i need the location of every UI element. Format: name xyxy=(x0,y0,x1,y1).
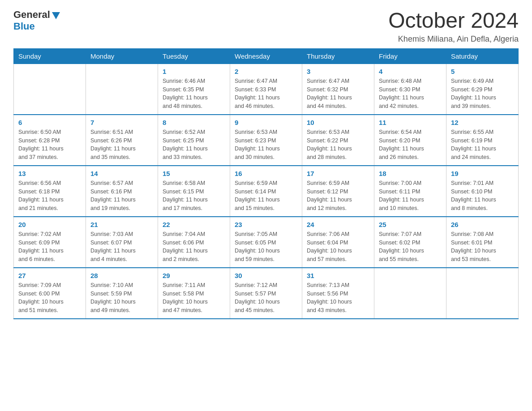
calendar-cell: 26Sunrise: 7:08 AM Sunset: 6:01 PM Dayli… xyxy=(446,217,519,268)
calendar-cell: 5Sunrise: 6:49 AM Sunset: 6:29 PM Daylig… xyxy=(446,64,519,115)
day-number: 10 xyxy=(307,119,369,126)
day-number: 11 xyxy=(379,119,442,126)
day-info: Sunrise: 7:12 AM Sunset: 5:57 PM Dayligh… xyxy=(235,281,297,315)
day-info: Sunrise: 6:46 AM Sunset: 6:35 PM Dayligh… xyxy=(163,77,225,111)
day-info: Sunrise: 7:11 AM Sunset: 5:58 PM Dayligh… xyxy=(163,281,225,315)
column-header-thursday: Thursday xyxy=(302,48,374,64)
day-info: Sunrise: 6:49 AM Sunset: 6:29 PM Dayligh… xyxy=(451,77,514,111)
calendar-cell: 27Sunrise: 7:09 AM Sunset: 6:00 PM Dayli… xyxy=(14,268,86,319)
day-info: Sunrise: 6:58 AM Sunset: 6:15 PM Dayligh… xyxy=(163,179,225,213)
day-number: 28 xyxy=(90,272,153,279)
day-number: 16 xyxy=(235,170,297,177)
day-number: 24 xyxy=(307,221,369,228)
day-info: Sunrise: 6:48 AM Sunset: 6:30 PM Dayligh… xyxy=(379,77,442,111)
day-info: Sunrise: 6:53 AM Sunset: 6:23 PM Dayligh… xyxy=(235,128,297,162)
column-header-saturday: Saturday xyxy=(446,48,519,64)
day-info: Sunrise: 7:10 AM Sunset: 5:59 PM Dayligh… xyxy=(90,281,153,315)
calendar-cell: 8Sunrise: 6:52 AM Sunset: 6:25 PM Daylig… xyxy=(158,115,230,166)
calendar-cell: 3Sunrise: 6:47 AM Sunset: 6:32 PM Daylig… xyxy=(302,64,374,115)
calendar-cell: 31Sunrise: 7:13 AM Sunset: 5:56 PM Dayli… xyxy=(302,268,374,319)
day-number: 1 xyxy=(163,68,225,75)
calendar-cell: 7Sunrise: 6:51 AM Sunset: 6:26 PM Daylig… xyxy=(86,115,158,166)
calendar-cell xyxy=(86,64,158,115)
calendar-week-row: 27Sunrise: 7:09 AM Sunset: 6:00 PM Dayli… xyxy=(14,268,519,319)
calendar-cell: 17Sunrise: 6:59 AM Sunset: 6:12 PM Dayli… xyxy=(302,166,374,217)
column-header-monday: Monday xyxy=(86,48,158,64)
column-header-tuesday: Tuesday xyxy=(158,48,230,64)
day-number: 3 xyxy=(307,68,369,75)
day-info: Sunrise: 7:03 AM Sunset: 6:07 PM Dayligh… xyxy=(90,230,153,264)
calendar-header-row: SundayMondayTuesdayWednesdayThursdayFrid… xyxy=(14,48,519,64)
day-number: 18 xyxy=(379,170,442,177)
month-title: October 2024 xyxy=(388,9,519,33)
calendar-cell: 20Sunrise: 7:02 AM Sunset: 6:09 PM Dayli… xyxy=(14,217,86,268)
calendar-cell: 24Sunrise: 7:06 AM Sunset: 6:04 PM Dayli… xyxy=(302,217,374,268)
calendar-cell: 9Sunrise: 6:53 AM Sunset: 6:23 PM Daylig… xyxy=(230,115,302,166)
day-info: Sunrise: 7:02 AM Sunset: 6:09 PM Dayligh… xyxy=(18,230,81,264)
calendar-week-row: 6Sunrise: 6:50 AM Sunset: 6:28 PM Daylig… xyxy=(14,115,519,166)
day-info: Sunrise: 6:51 AM Sunset: 6:26 PM Dayligh… xyxy=(90,128,153,162)
day-number: 23 xyxy=(235,221,297,228)
day-info: Sunrise: 7:09 AM Sunset: 6:00 PM Dayligh… xyxy=(18,281,81,315)
calendar-cell: 6Sunrise: 6:50 AM Sunset: 6:28 PM Daylig… xyxy=(14,115,86,166)
day-info: Sunrise: 6:50 AM Sunset: 6:28 PM Dayligh… xyxy=(18,128,81,162)
calendar-cell: 10Sunrise: 6:53 AM Sunset: 6:22 PM Dayli… xyxy=(302,115,374,166)
day-info: Sunrise: 7:05 AM Sunset: 6:05 PM Dayligh… xyxy=(235,230,297,264)
column-header-sunday: Sunday xyxy=(14,48,86,64)
calendar-cell: 22Sunrise: 7:04 AM Sunset: 6:06 PM Dayli… xyxy=(158,217,230,268)
day-info: Sunrise: 6:56 AM Sunset: 6:18 PM Dayligh… xyxy=(18,179,81,213)
day-number: 14 xyxy=(90,170,153,177)
calendar-week-row: 20Sunrise: 7:02 AM Sunset: 6:09 PM Dayli… xyxy=(14,217,519,268)
day-number: 19 xyxy=(451,170,514,177)
logo-blue-text: Blue xyxy=(13,21,35,32)
calendar-cell: 25Sunrise: 7:07 AM Sunset: 6:02 PM Dayli… xyxy=(374,217,446,268)
calendar-table: SundayMondayTuesdayWednesdayThursdayFrid… xyxy=(13,48,519,319)
day-number: 25 xyxy=(379,221,442,228)
day-number: 26 xyxy=(451,221,514,228)
day-number: 31 xyxy=(307,272,369,279)
day-info: Sunrise: 7:07 AM Sunset: 6:02 PM Dayligh… xyxy=(379,230,442,264)
calendar-cell: 16Sunrise: 6:59 AM Sunset: 6:14 PM Dayli… xyxy=(230,166,302,217)
day-number: 22 xyxy=(163,221,225,228)
calendar-cell: 30Sunrise: 7:12 AM Sunset: 5:57 PM Dayli… xyxy=(230,268,302,319)
calendar-cell: 23Sunrise: 7:05 AM Sunset: 6:05 PM Dayli… xyxy=(230,217,302,268)
day-info: Sunrise: 7:01 AM Sunset: 6:10 PM Dayligh… xyxy=(451,179,514,213)
day-number: 2 xyxy=(235,68,297,75)
day-number: 20 xyxy=(18,221,81,228)
day-number: 9 xyxy=(235,119,297,126)
calendar-cell: 11Sunrise: 6:54 AM Sunset: 6:20 PM Dayli… xyxy=(374,115,446,166)
day-number: 27 xyxy=(18,272,81,279)
calendar-cell xyxy=(374,268,446,319)
calendar-cell: 19Sunrise: 7:01 AM Sunset: 6:10 PM Dayli… xyxy=(446,166,519,217)
day-info: Sunrise: 6:47 AM Sunset: 6:33 PM Dayligh… xyxy=(235,77,297,111)
day-info: Sunrise: 6:55 AM Sunset: 6:19 PM Dayligh… xyxy=(451,128,514,162)
day-number: 5 xyxy=(451,68,514,75)
svg-marker-0 xyxy=(52,12,60,19)
calendar-cell xyxy=(446,268,519,319)
day-number: 21 xyxy=(90,221,153,228)
day-number: 13 xyxy=(18,170,81,177)
day-number: 7 xyxy=(90,119,153,126)
calendar-cell: 12Sunrise: 6:55 AM Sunset: 6:19 PM Dayli… xyxy=(446,115,519,166)
day-info: Sunrise: 6:59 AM Sunset: 6:14 PM Dayligh… xyxy=(235,179,297,213)
calendar-cell xyxy=(14,64,86,115)
day-info: Sunrise: 6:57 AM Sunset: 6:16 PM Dayligh… xyxy=(90,179,153,213)
day-number: 15 xyxy=(163,170,225,177)
calendar-cell: 4Sunrise: 6:48 AM Sunset: 6:30 PM Daylig… xyxy=(374,64,446,115)
day-info: Sunrise: 7:08 AM Sunset: 6:01 PM Dayligh… xyxy=(451,230,514,264)
day-info: Sunrise: 7:00 AM Sunset: 6:11 PM Dayligh… xyxy=(379,179,442,213)
day-number: 29 xyxy=(163,272,225,279)
day-info: Sunrise: 6:59 AM Sunset: 6:12 PM Dayligh… xyxy=(307,179,369,213)
day-info: Sunrise: 7:04 AM Sunset: 6:06 PM Dayligh… xyxy=(163,230,225,264)
day-number: 12 xyxy=(451,119,514,126)
calendar-cell: 1Sunrise: 6:46 AM Sunset: 6:35 PM Daylig… xyxy=(158,64,230,115)
day-number: 6 xyxy=(18,119,81,126)
day-info: Sunrise: 6:54 AM Sunset: 6:20 PM Dayligh… xyxy=(379,128,442,162)
day-info: Sunrise: 6:52 AM Sunset: 6:25 PM Dayligh… xyxy=(163,128,225,162)
calendar-week-row: 13Sunrise: 6:56 AM Sunset: 6:18 PM Dayli… xyxy=(14,166,519,217)
calendar-cell: 21Sunrise: 7:03 AM Sunset: 6:07 PM Dayli… xyxy=(86,217,158,268)
day-info: Sunrise: 7:06 AM Sunset: 6:04 PM Dayligh… xyxy=(307,230,369,264)
location-title: Khemis Miliana, Ain Defla, Algeria xyxy=(388,34,519,44)
calendar-cell: 29Sunrise: 7:11 AM Sunset: 5:58 PM Dayli… xyxy=(158,268,230,319)
day-number: 8 xyxy=(163,119,225,126)
